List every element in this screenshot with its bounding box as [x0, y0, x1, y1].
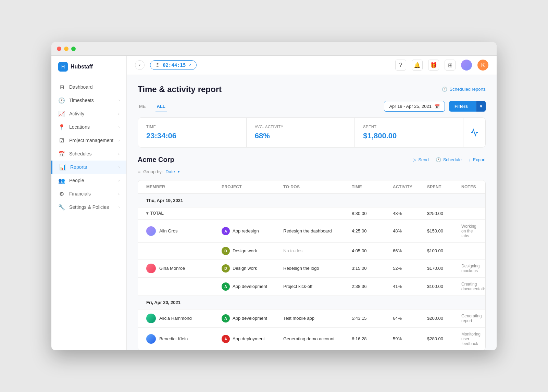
minimize-window-button[interactable]	[64, 47, 68, 51]
member-cell: Benedict Klein	[146, 334, 222, 344]
report-table: Member Project To-dos Time Activity Spen…	[138, 180, 486, 350]
topbar: ‹ ⏱ 02:44:15 ↗ ? 🔔 🎁 ⊞ K	[127, 56, 497, 75]
table-row: D Design work No to-dos 4:05:00 66% $100…	[138, 243, 485, 260]
financials-icon: ⚙	[58, 191, 65, 197]
stat-spent: SPENT $1,800.00	[355, 118, 463, 147]
main-area: ‹ ⏱ 02:44:15 ↗ ? 🔔 🎁 ⊞ K	[127, 56, 497, 350]
project-name: Design work	[233, 248, 257, 253]
col-notes: Notes	[461, 185, 477, 189]
project-cell: A App redesign	[222, 227, 283, 235]
topbar-icons: ? 🔔 🎁 ⊞ K	[395, 60, 488, 71]
sidebar-item-project-management[interactable]: ☑ Project management ›	[51, 134, 126, 147]
sidebar-item-label: Schedules	[69, 151, 91, 156]
sidebar-item-label: People	[69, 178, 84, 183]
avg-activity-value: 68%	[255, 131, 347, 140]
notes-cell: Working on the tabs	[461, 224, 477, 238]
tab-me[interactable]: ME	[138, 101, 147, 112]
spent-cell: $100.00	[427, 248, 461, 253]
time-cell: 4:25:00	[352, 228, 393, 233]
sidebar-item-locations[interactable]: 📍 Locations ›	[51, 121, 126, 134]
col-todos: To-dos	[283, 185, 352, 189]
col-member: Member	[146, 185, 222, 189]
project-management-icon: ☑	[58, 137, 65, 144]
filters-dropdown-arrow[interactable]: ▾	[476, 101, 486, 112]
notes-cell: Designing mockups	[461, 264, 480, 273]
todo-cell: Project kick-off	[283, 284, 352, 289]
timer-value: 02:44:15	[163, 62, 186, 68]
sidebar-item-timesheets[interactable]: 🕐 Timesheets ›	[51, 94, 126, 107]
sidebar-item-label: Activity	[69, 111, 84, 116]
sidebar-item-activity[interactable]: 📈 Activity ›	[51, 107, 126, 121]
calendar-icon: 📅	[434, 104, 440, 109]
groupby-chevron-icon: ▾	[178, 169, 180, 174]
section-actions: ▷ Send 🕐 Schedule ↓ Export	[413, 157, 486, 162]
back-button[interactable]: ‹	[135, 60, 145, 70]
member-name: Gina Monroe	[159, 266, 185, 271]
avatar	[146, 264, 156, 273]
stat-chart-button[interactable]	[463, 118, 485, 147]
schedule-icon: 🕐	[436, 157, 441, 162]
project-name: App development	[233, 316, 267, 321]
app-window: H Hubstaff ⊞ Dashboard 🕐 Timesheets › 📈 …	[51, 42, 497, 350]
sidebar-item-settings-policies[interactable]: 🔧 Settings & Policies ›	[51, 201, 126, 214]
schedule-button[interactable]: 🕐 Schedule	[436, 157, 462, 162]
dashboard-icon: ⊞	[58, 84, 65, 90]
export-icon: ↓	[469, 157, 471, 162]
filters-button[interactable]: Filters ▾	[449, 101, 486, 112]
member-cell: Alicia Hammond	[146, 314, 222, 323]
project-name: App development	[233, 284, 267, 289]
table-row: Alin Gros A App redesign Redesign the da…	[138, 220, 485, 243]
avatar	[146, 334, 156, 344]
groupby-value[interactable]: Date	[165, 169, 175, 174]
member-name: Benedict Klein	[159, 336, 188, 341]
time-cell: 2:38:36	[352, 284, 393, 289]
project-name: Design work	[233, 266, 257, 271]
apps-button[interactable]: ⊞	[445, 60, 456, 71]
table-row: A App development Project kick-off 2:38:…	[138, 278, 485, 296]
chevron-right-icon: ›	[119, 165, 120, 169]
user-avatar[interactable]	[461, 60, 472, 71]
time-value: 23:34:06	[146, 131, 238, 140]
todo-cell: Generating demo account	[283, 336, 352, 341]
todo-cell: Test mobile app	[283, 316, 352, 321]
sidebar-item-label: Project management	[69, 138, 113, 143]
date-group-header-1: Thu, Apr 19, 2021	[138, 194, 485, 207]
date-range-picker[interactable]: Apr 19 - Apr 25, 2021 📅	[384, 101, 445, 112]
total-label: ▾ TOTAL	[146, 211, 222, 216]
send-button[interactable]: ▷ Send	[413, 157, 428, 162]
filters-row: Apr 19 - Apr 25, 2021 📅 Filters ▾	[384, 101, 486, 112]
account-avatar[interactable]: K	[477, 60, 488, 71]
total-time: 8:30:00	[352, 211, 393, 216]
avatar	[146, 226, 156, 236]
sidebar-item-label: Reports	[70, 164, 87, 170]
todo-cell: Redesign the dashboard	[283, 228, 352, 233]
project-badge: A	[222, 314, 230, 323]
collapse-icon[interactable]: ▾	[146, 211, 148, 216]
sidebar-item-schedules[interactable]: 📅 Schedules ›	[51, 147, 126, 161]
scheduled-reports-link[interactable]: 🕐 Scheduled reports	[442, 87, 486, 92]
groupby-row: ≡ Group by: Date ▾	[138, 169, 486, 175]
sidebar-item-financials[interactable]: ⚙ Financials ›	[51, 187, 126, 201]
sidebar-item-label: Timesheets	[69, 98, 94, 103]
todo-cell: Redesign the logo	[283, 266, 352, 271]
fullscreen-window-button[interactable]	[71, 47, 76, 51]
project-name: App redesign	[233, 228, 259, 233]
help-button[interactable]: ?	[395, 60, 406, 71]
filters-btn-label: Filters	[449, 101, 473, 112]
notifications-button[interactable]: 🔔	[412, 60, 423, 71]
sidebar-item-people[interactable]: 👥 People ›	[51, 174, 126, 187]
chevron-right-icon: ›	[119, 125, 120, 129]
project-cell: D Design work	[222, 247, 283, 255]
timer-widget[interactable]: ⏱ 02:44:15 ↗	[150, 60, 197, 70]
tab-all[interactable]: ALL	[155, 101, 167, 112]
export-button[interactable]: ↓ Export	[469, 157, 486, 162]
gift-button[interactable]: 🎁	[428, 60, 439, 71]
spent-cell: $280.00	[427, 336, 461, 341]
notes-cell: Generating report	[461, 314, 482, 323]
sidebar-item-reports[interactable]: 📊 Reports ›	[51, 161, 126, 174]
content-area: Time & activity report 🕐 Scheduled repor…	[127, 75, 497, 350]
tabs-row: ME ALL	[138, 101, 167, 112]
sidebar-item-dashboard[interactable]: ⊞ Dashboard	[51, 80, 126, 94]
close-window-button[interactable]	[57, 47, 61, 51]
chevron-right-icon: ›	[119, 99, 120, 102]
